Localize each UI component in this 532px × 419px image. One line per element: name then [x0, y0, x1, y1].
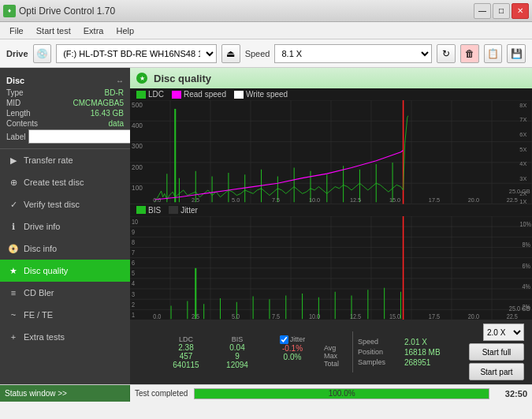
svg-text:15.0: 15.0 [389, 312, 401, 320]
sidebar-cd-bler-label: CD Bler [24, 288, 54, 297]
close-button[interactable]: ✕ [512, 3, 529, 19]
menu-extra[interactable]: Extra [77, 24, 110, 37]
sidebar-item-drive-info[interactable]: ℹ Drive info [0, 215, 130, 238]
cd-bler-icon: ≡ [8, 287, 19, 298]
position-stat-label: Position [358, 348, 401, 356]
read-speed-legend-label: Read speed [184, 90, 226, 99]
avg-label: Avg [324, 344, 348, 352]
ldc-header: LDC [179, 335, 193, 343]
start-full-button[interactable]: Start full [469, 343, 524, 361]
length-value: 16.43 GB [91, 109, 124, 118]
length-label: Length [6, 109, 31, 118]
read-speed-legend-color [172, 91, 181, 99]
samples-stat-val: 268951 [404, 358, 430, 367]
svg-text:100: 100 [132, 184, 143, 192]
ldc-legend-label: LDC [148, 90, 164, 99]
app-icon: ♦ [3, 5, 16, 17]
label-input[interactable] [28, 129, 133, 144]
disc-quality-header: ★ Disc quality [130, 68, 532, 88]
svg-text:400: 400 [132, 122, 143, 129]
speed-result-select[interactable]: 2.0 X [483, 324, 524, 341]
svg-text:5: 5 [132, 269, 136, 277]
eject-btn[interactable]: ⏏ [221, 44, 240, 63]
svg-text:6%: 6% [523, 262, 531, 270]
jitter-legend-color [169, 206, 178, 214]
drive-label: Drive [6, 49, 28, 58]
max-bis: 9 [235, 352, 240, 361]
svg-text:3: 3 [132, 290, 136, 298]
drive-select[interactable]: (F:) HL-DT-ST BD-RE WH16NS48 1.D3 [56, 44, 217, 63]
menubar: File Start test Extra Help [0, 22, 532, 39]
sidebar-item-create-test-disc[interactable]: ⊕ Create test disc [0, 171, 130, 193]
maximize-button[interactable]: □ [493, 3, 510, 19]
ldc-legend-color [136, 91, 146, 99]
sidebar-item-extra-tests[interactable]: + Extra tests [0, 326, 130, 348]
write-speed-legend-color [234, 91, 244, 99]
svg-text:3X: 3X [519, 175, 526, 182]
dq-title: Disc quality [154, 73, 211, 84]
sidebar-item-fe-te[interactable]: ~ FE / TE [0, 304, 130, 326]
speed-label: Speed [245, 49, 270, 58]
sidebar-verify-test-label: Verify test disc [24, 200, 80, 209]
svg-text:22.5: 22.5 [507, 196, 518, 204]
disc-info-panel: Disc ↔ Type BD-R MID CMCMAGBA5 Length 16… [0, 71, 130, 149]
svg-text:4%: 4% [523, 282, 531, 290]
progress-bar: 100.0% [194, 388, 489, 399]
minimize-button[interactable]: — [474, 3, 491, 19]
sidebar-item-cd-bler[interactable]: ≡ CD Bler [0, 282, 130, 304]
status-window-label[interactable]: Status window >> [5, 389, 67, 398]
svg-text:2.5: 2.5 [192, 196, 199, 204]
label-label: Label [6, 133, 25, 141]
svg-text:10%: 10% [519, 220, 531, 228]
svg-text:7X: 7X [519, 116, 526, 123]
start-part-button[interactable]: Start part [469, 363, 524, 380]
svg-text:8X: 8X [519, 102, 526, 109]
erase-btn[interactable]: 🗑 [460, 44, 479, 63]
disc-panel-title: Disc [6, 76, 24, 85]
svg-text:10.0: 10.0 [309, 196, 320, 204]
menu-help[interactable]: Help [110, 24, 140, 37]
bis-chart: 10 9 8 7 6 5 4 3 2 1 10% 8% 6% [130, 216, 532, 320]
sidebar-item-verify-test-disc[interactable]: ✓ Verify test disc [0, 193, 130, 215]
save-btn[interactable]: 💾 [507, 44, 526, 63]
svg-text:5.0: 5.0 [232, 312, 240, 320]
write-speed-legend-label: Write speed [246, 90, 288, 99]
disc-arrow-icon: ↔ [116, 77, 124, 85]
svg-text:7.5: 7.5 [272, 312, 281, 320]
svg-text:0.0: 0.0 [153, 196, 161, 204]
svg-text:6X: 6X [519, 131, 526, 138]
position-stat-val: 16818 MB [404, 348, 441, 357]
sidebar-item-disc-info[interactable]: 📀 Disc info [0, 238, 130, 260]
svg-text:4: 4 [132, 279, 136, 287]
svg-text:8: 8 [132, 238, 136, 246]
refresh-btn[interactable]: ↻ [437, 44, 456, 63]
sidebar-transfer-rate-label: Transfer rate [24, 155, 73, 165]
titlebar: ♦ Opti Drive Control 1.70 — □ ✕ [0, 0, 532, 22]
menu-file[interactable]: File [3, 24, 30, 37]
contents-value: data [109, 119, 124, 128]
status-window-btn[interactable]: Status window >> [0, 385, 130, 402]
main-area: Disc ↔ Type BD-R MID CMCMAGBA5 Length 16… [0, 68, 532, 384]
svg-text:5.0: 5.0 [232, 196, 240, 204]
svg-text:20.0: 20.0 [468, 312, 480, 320]
svg-text:2: 2 [132, 301, 135, 309]
menu-start-test[interactable]: Start test [30, 24, 77, 37]
svg-text:8%: 8% [523, 241, 531, 249]
max-jitter: 0.0% [284, 353, 302, 361]
drivebar: Drive 💿 (F:) HL-DT-ST BD-RE WH16NS48 1.D… [0, 39, 532, 68]
sidebar-drive-info-label: Drive info [24, 222, 60, 231]
svg-text:1X: 1X [519, 198, 526, 204]
transfer-rate-icon: ▶ [8, 155, 19, 166]
disc-quality-icon: ★ [8, 265, 19, 276]
bis-legend-label: BIS [148, 206, 161, 215]
sidebar-item-disc-quality[interactable]: ★ Disc quality [0, 260, 130, 282]
svg-text:12.5: 12.5 [350, 312, 362, 320]
sidebar-create-test-label: Create test disc [24, 178, 84, 187]
sidebar-item-transfer-rate[interactable]: ▶ Transfer rate [0, 149, 130, 171]
info-btn[interactable]: 📋 [484, 44, 503, 63]
speed-select[interactable]: 8.1 X4.0 X2.0 X [274, 44, 432, 63]
jitter-checkbox[interactable] [280, 335, 288, 344]
speed-stat-label: Speed [358, 338, 401, 346]
drive-icon-btn[interactable]: 💿 [33, 44, 52, 63]
test-completed-label: Test completed [135, 389, 188, 398]
